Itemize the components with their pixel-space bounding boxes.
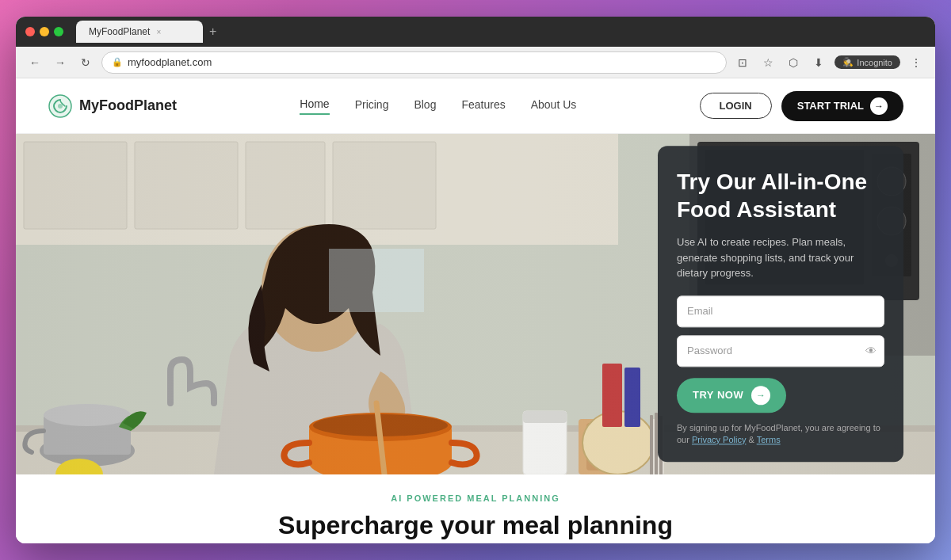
try-now-button[interactable]: TRY NOW →	[677, 378, 786, 413]
browser-window: MyFoodPlanet × + ← → ↻ 🔒 myfoodplanet.co…	[16, 17, 935, 543]
try-now-arrow-icon: →	[751, 386, 770, 405]
extensions-icon[interactable]: ⬡	[784, 53, 803, 72]
incognito-badge: 🕵 Incognito	[835, 55, 900, 69]
section-title: Supercharge your meal planning	[48, 511, 903, 540]
maximize-traffic-light[interactable]	[54, 27, 63, 36]
nav-about[interactable]: About Us	[531, 98, 577, 114]
refresh-button[interactable]: ↻	[76, 53, 95, 72]
hero-card-description: Use AI to create recipes. Plan meals, ge…	[677, 234, 884, 281]
terms-link[interactable]: Terms	[757, 435, 781, 444]
password-input[interactable]	[677, 335, 884, 367]
url-text: myfoodplanet.com	[128, 56, 716, 68]
header-actions: LOGIN START TRIAL →	[700, 91, 903, 121]
new-tab-button[interactable]: +	[206, 25, 220, 39]
hero-card-title: Try Our All-in-One Food Assistant	[677, 168, 884, 223]
browser-chrome: MyFoodPlanet × + ← → ↻ 🔒 myfoodplanet.co…	[16, 17, 935, 78]
toolbar-actions: ⊡ ☆ ⬡ ⬇ 🕵 Incognito ⋮	[733, 53, 926, 72]
titlebar: MyFoodPlanet × +	[16, 17, 935, 47]
nav-blog[interactable]: Blog	[414, 98, 436, 114]
show-password-icon[interactable]: 👁	[865, 345, 877, 357]
back-button[interactable]: ←	[25, 53, 44, 72]
browser-toolbar: ← → ↻ 🔒 myfoodplanet.com ⊡ ☆ ⬡ ⬇ 🕵 Incog…	[16, 47, 935, 78]
hero-card: Try Our All-in-One Food Assistant Use AI…	[658, 146, 903, 462]
start-trial-arrow-icon: →	[870, 97, 888, 115]
bookmark-icon[interactable]: ☆	[758, 53, 777, 72]
try-now-label: TRY NOW	[693, 389, 743, 401]
close-traffic-light[interactable]	[25, 27, 35, 36]
email-input[interactable]	[677, 295, 884, 327]
start-trial-button[interactable]: START TRIAL →	[781, 91, 903, 121]
start-trial-label: START TRIAL	[797, 100, 864, 112]
login-button[interactable]: LOGIN	[700, 93, 772, 119]
nav-pricing[interactable]: Pricing	[355, 98, 389, 114]
site-header: MyFoodPlanet Home Pricing Blog Features …	[16, 78, 935, 134]
email-form-group	[677, 295, 884, 327]
website-content: MyFoodPlanet Home Pricing Blog Features …	[16, 78, 935, 543]
logo-text: MyFoodPlanet	[79, 97, 177, 114]
site-nav: Home Pricing Blog Features About Us	[300, 97, 576, 115]
forward-button[interactable]: →	[51, 53, 70, 72]
tab-title: MyFoodPlanet	[89, 26, 150, 37]
screen-cast-icon[interactable]: ⊡	[733, 53, 752, 72]
incognito-icon: 🕵	[842, 57, 854, 67]
hero-section: Try Our All-in-One Food Assistant Use AI…	[16, 134, 935, 474]
below-fold-section: AI POWERED MEAL PLANNING Supercharge you…	[16, 474, 935, 543]
terms-text: By signing up for MyFoodPlanet, you are …	[677, 422, 884, 447]
privacy-policy-link[interactable]: Privacy Policy	[692, 435, 746, 444]
password-form-group: 👁	[677, 335, 884, 367]
download-icon[interactable]: ⬇	[809, 53, 828, 72]
tab-close-icon[interactable]: ×	[156, 28, 161, 36]
svg-point-1	[58, 104, 63, 109]
active-tab[interactable]: MyFoodPlanet ×	[76, 21, 203, 43]
section-tag: AI POWERED MEAL PLANNING	[48, 493, 903, 503]
menu-icon[interactable]: ⋮	[907, 53, 926, 72]
lock-icon: 🔒	[112, 57, 123, 67]
nav-home[interactable]: Home	[300, 97, 329, 115]
tab-bar: MyFoodPlanet × +	[76, 21, 903, 43]
logo-icon	[48, 93, 73, 119]
incognito-label: Incognito	[857, 58, 892, 67]
address-bar[interactable]: 🔒 myfoodplanet.com	[101, 51, 727, 74]
traffic-lights	[25, 27, 63, 36]
nav-features[interactable]: Features	[461, 98, 505, 114]
minimize-traffic-light[interactable]	[40, 27, 49, 36]
site-logo[interactable]: MyFoodPlanet	[48, 93, 177, 119]
